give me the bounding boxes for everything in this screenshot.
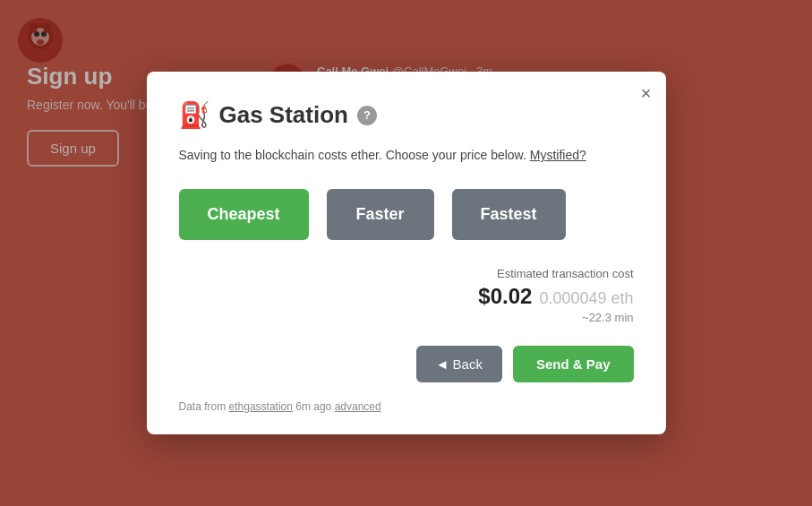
modal-title-row: ⛽ Gas Station ? xyxy=(179,100,634,130)
gas-station-modal: × ⛽ Gas Station ? Saving to the blockcha… xyxy=(147,72,666,434)
data-source: Data from ethgasstation 6m ago advanced xyxy=(179,400,634,413)
gas-station-icon: ⛽ xyxy=(179,100,210,130)
modal-title: Gas Station xyxy=(219,101,348,129)
cheapest-button[interactable]: Cheapest xyxy=(179,189,309,240)
cost-time: ~22.3 min xyxy=(179,311,634,324)
modal-overlay: × ⛽ Gas Station ? Saving to the blockcha… xyxy=(0,0,812,506)
ethgasstation-link[interactable]: ethgasstation xyxy=(229,400,293,413)
close-button[interactable]: × xyxy=(641,84,652,102)
faster-button[interactable]: Faster xyxy=(327,189,434,240)
cost-usd: $0.02 xyxy=(478,284,532,309)
cost-label: Estimated transaction cost xyxy=(179,267,634,280)
mystified-link[interactable]: Mystified? xyxy=(530,148,586,162)
speed-options: Cheapest Faster Fastest xyxy=(179,189,634,240)
cost-eth: 0.000049 eth xyxy=(539,289,633,308)
send-pay-button[interactable]: Send & Pay xyxy=(513,346,634,382)
cost-values: $0.02 0.000049 eth xyxy=(179,284,634,309)
cost-section: Estimated transaction cost $0.02 0.00004… xyxy=(179,267,634,324)
advanced-link[interactable]: advanced xyxy=(335,400,381,413)
fastest-button[interactable]: Fastest xyxy=(452,189,566,240)
help-icon[interactable]: ? xyxy=(357,106,377,125)
modal-description: Saving to the blockchain costs ether. Ch… xyxy=(179,148,634,162)
back-button[interactable]: ◄ Back xyxy=(416,346,502,382)
modal-footer: ◄ Back Send & Pay xyxy=(179,346,634,382)
